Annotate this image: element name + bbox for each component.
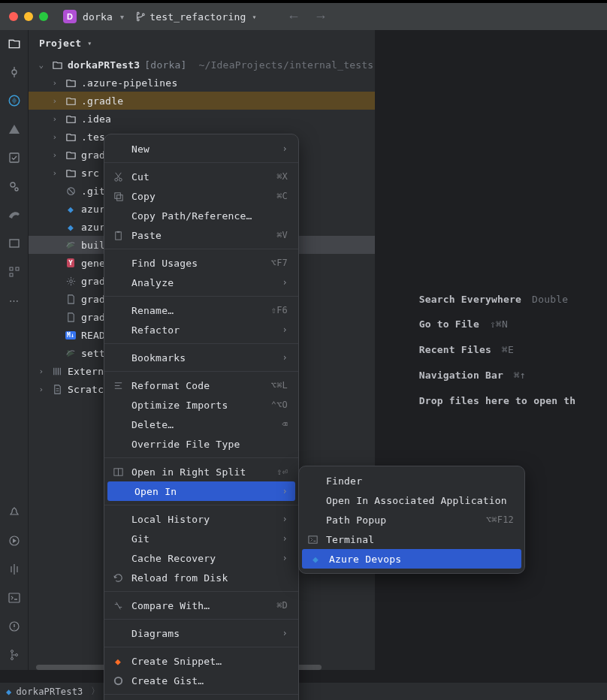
problems-icon[interactable]	[7, 619, 22, 634]
tool-icon[interactable]	[7, 122, 22, 137]
tree-label: Extern	[68, 366, 104, 377]
menu-item[interactable]: Open in Right Split ⇧⏎	[104, 462, 298, 481]
blank-icon	[112, 324, 124, 336]
azure-icon: ◆	[65, 203, 77, 215]
menu-label: Cut	[131, 171, 269, 183]
menu-item[interactable]: Override File Type	[104, 434, 298, 454]
structure-tool-icon[interactable]	[7, 264, 22, 279]
menu-item[interactable]: Copy Path/Reference…	[104, 206, 298, 225]
vcs-icon[interactable]	[7, 647, 22, 662]
tree-item[interactable]: › .gradle	[29, 92, 375, 110]
run-icon[interactable]	[7, 533, 22, 548]
folder-icon	[65, 77, 77, 89]
menu-item[interactable]: Finder	[299, 471, 524, 490]
menu-item[interactable]: Delete… ⌫	[104, 415, 298, 434]
minimize-window-icon[interactable]	[24, 12, 33, 21]
tree-item[interactable]: › .azure-pipelines	[29, 74, 375, 92]
menu-shortcut: ⌫	[282, 419, 288, 430]
menu-item[interactable]: Reload from Disk	[104, 568, 298, 587]
commit-tool-icon[interactable]	[7, 65, 22, 80]
forward-arrow-icon[interactable]: →	[314, 9, 328, 25]
terminal-icon	[307, 533, 319, 545]
menu-label: Analyze	[131, 277, 275, 288]
menu-label: Rename…	[131, 305, 264, 316]
menu-item[interactable]: Optimize Imports ⌃⌥O	[104, 395, 298, 415]
menu-separator	[104, 505, 298, 505]
menu-item[interactable]: Path Popup ⌥⌘F12	[299, 510, 524, 530]
menu-separator	[104, 343, 298, 344]
tree-suffix: [dorka]	[144, 59, 186, 71]
menu-item[interactable]: Git ›	[104, 529, 298, 548]
menu-item[interactable]: Paste ⌘V	[104, 225, 298, 245]
git-branch[interactable]: test_refactoring ▾	[134, 11, 257, 23]
tool-icon[interactable]	[7, 179, 22, 194]
close-window-icon[interactable]	[9, 12, 18, 21]
menu-item[interactable]: Terminal	[299, 530, 524, 549]
gradle-tool-icon[interactable]	[7, 207, 22, 222]
reformat-icon	[112, 379, 124, 391]
menu-separator	[104, 619, 298, 620]
maximize-window-icon[interactable]	[39, 12, 48, 21]
menu-item[interactable]: ◆ Create Snippet…	[104, 651, 298, 671]
terminal-icon[interactable]	[7, 590, 22, 605]
welcome-line: Navigation Bar⌘↑	[419, 363, 587, 388]
expander-icon[interactable]: ›	[50, 114, 60, 124]
expander-icon[interactable]: ⌄	[36, 60, 47, 70]
azure-tool-icon[interactable]	[7, 93, 22, 108]
menu-item[interactable]: Bookmarks ›	[104, 348, 298, 367]
expander-icon[interactable]: ›	[50, 132, 60, 142]
tool-icon[interactable]	[7, 562, 22, 577]
menu-item[interactable]: Local History ›	[104, 509, 298, 529]
tree-root[interactable]: ⌄ dorkaPRTest3 [dorka] ~/IdeaProjects/in…	[29, 56, 375, 74]
expander-icon[interactable]: ›	[36, 385, 47, 394]
menu-shortcut: ⌘V	[276, 230, 288, 240]
tree-label: .azure-pipelines	[81, 77, 177, 89]
menu-item[interactable]: Copy ⌘C	[104, 186, 298, 206]
menu-item[interactable]: Create Gist…	[104, 671, 298, 690]
todo-tool-icon[interactable]	[7, 150, 22, 165]
scratch-icon	[51, 383, 63, 395]
menu-shortcut: ⇧F6	[271, 305, 288, 315]
menu-item[interactable]: Cut ⌘X	[104, 167, 298, 186]
svg-point-18	[119, 178, 122, 181]
breadcrumb-root[interactable]: dorkaPRTest3	[16, 686, 83, 697]
menu-item[interactable]: Refactor ›	[104, 320, 298, 339]
tree-item[interactable]: › .idea	[29, 110, 375, 128]
tree-label: .git	[81, 186, 105, 197]
expander-icon[interactable]: ›	[50, 168, 60, 178]
expander-icon[interactable]: ›	[50, 96, 60, 106]
expander-icon[interactable]: ›	[36, 367, 47, 376]
project-tool-icon[interactable]	[7, 36, 22, 51]
menu-item[interactable]: Analyze ›	[104, 273, 298, 292]
more-tools-icon[interactable]: ⋯	[7, 293, 22, 308]
menu-item[interactable]: Rename… ⇧F6	[104, 300, 298, 320]
menu-label: Open In Associated Application	[326, 495, 514, 506]
notifications-icon[interactable]	[7, 505, 22, 520]
menu-item[interactable]: Reformat Code ⌥⌘L	[104, 376, 298, 395]
tool-icon[interactable]	[7, 236, 22, 251]
svg-point-13	[11, 658, 13, 660]
expander-icon[interactable]: ›	[50, 78, 60, 88]
svg-point-3	[11, 183, 15, 187]
menu-item[interactable]: ◆ Azure Devops	[302, 549, 521, 569]
menu-shortcut: ⌘C	[276, 191, 288, 201]
project-switcher[interactable]: D dorka ▾	[63, 10, 124, 23]
menu-item[interactable]: Open In Associated Application	[299, 490, 524, 510]
submenu-arrow-icon: ›	[282, 553, 288, 563]
blank-icon	[112, 257, 124, 269]
menu-item[interactable]: Find Usages ⌥F7	[104, 253, 298, 273]
menu-label: Open in Right Split	[131, 466, 269, 478]
menu-item[interactable]: Compare With… ⌘D	[104, 596, 298, 615]
menu-item[interactable]: New ›	[104, 139, 298, 158]
menu-label: Override File Type	[131, 439, 288, 450]
menu-label: Path Popup	[326, 514, 479, 526]
expander-icon[interactable]: ›	[50, 150, 60, 160]
welcome-line: Go to File⇧⌘N	[419, 312, 587, 337]
menu-item[interactable]: Cache Recovery ›	[104, 548, 298, 568]
back-arrow-icon[interactable]: ←	[287, 9, 300, 25]
menu-item[interactable]: Diagrams ›	[104, 623, 298, 643]
gear-icon	[65, 275, 77, 287]
menu-item[interactable]: Open In ›	[107, 481, 295, 501]
panel-header[interactable]: Project ▾	[29, 30, 375, 56]
tree-label: .idea	[81, 113, 111, 125]
